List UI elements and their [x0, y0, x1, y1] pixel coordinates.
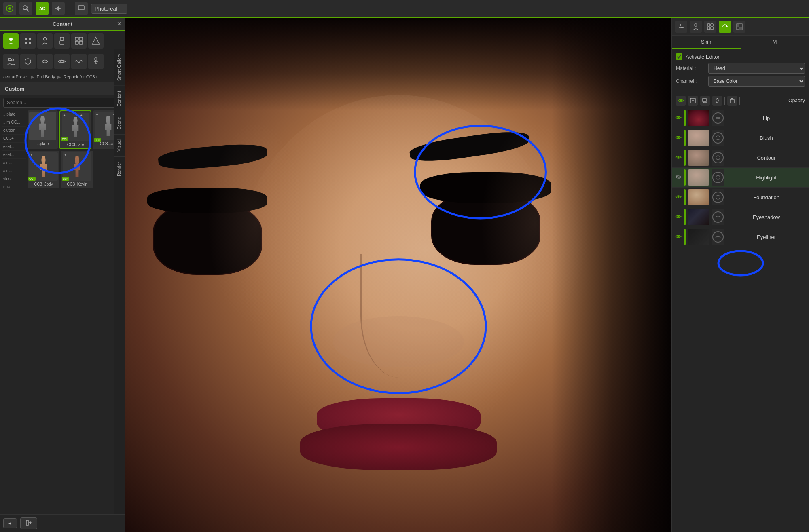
render-mode-dropdown[interactable]: Photoreal: [91, 4, 127, 14]
content-label-kevin: CC3_Kevin: [63, 182, 91, 186]
smart-gallery-tab[interactable]: Smart Gallery: [114, 49, 125, 86]
layer-item-lip[interactable]: Lip: [672, 108, 809, 128]
channel-dropdown[interactable]: Base Color: [708, 76, 805, 87]
layer-vis-eyeshadow[interactable]: [675, 213, 682, 221]
layer-thumb2-foundation: [712, 189, 724, 205]
layer-add-icon[interactable]: [688, 96, 698, 106]
layer-item-foundation[interactable]: Foundation: [672, 188, 809, 207]
list-item-cc3plus[interactable]: CC3+: [2, 135, 26, 143]
material-dropdown[interactable]: Head: [708, 63, 805, 74]
svg-rect-40: [711, 24, 713, 26]
skin-tab[interactable]: Skin: [672, 36, 741, 49]
svg-rect-12: [29, 42, 31, 44]
layer-icon-eyeshadow: [712, 211, 724, 223]
activate-editor-checkbox[interactable]: [676, 53, 682, 60]
layer-item-eyeshadow[interactable]: Eyeshadow: [672, 207, 809, 227]
import-button[interactable]: [20, 517, 37, 529]
content-icon-row2: [0, 51, 125, 72]
opacity-separator: [724, 97, 725, 105]
layer-item-highlight[interactable]: Highlight: [672, 168, 809, 188]
app-logo-icon[interactable]: [3, 2, 16, 15]
layer-thumb-eyeshadow: [688, 209, 709, 225]
shape-icon[interactable]: [88, 33, 104, 49]
list-item-air1[interactable]: air ...: [2, 159, 26, 167]
search-input[interactable]: [3, 98, 122, 108]
list-item-cc[interactable]: ...m CC...: [2, 118, 26, 127]
top-toolbar: AC Photoreal: [0, 0, 809, 18]
circle-icon[interactable]: [20, 54, 36, 69]
content-close-button[interactable]: ✕: [117, 21, 122, 27]
layer-mask-icon[interactable]: [712, 96, 722, 106]
content-label-cc3ale: CC3...ale: [62, 142, 89, 147]
layer-thumb2-eyeliner: [712, 229, 724, 245]
content-item-gray[interactable]: ...plate: [28, 110, 58, 149]
person2-icon[interactable]: [690, 21, 702, 33]
content-panel-title: Content: [53, 21, 72, 27]
zoom-icon[interactable]: [19, 2, 32, 15]
list-item-template[interactable]: ...plate: [2, 110, 26, 118]
auto-icon[interactable]: AC: [36, 2, 49, 15]
sliders-icon[interactable]: [675, 21, 687, 33]
scene-tab[interactable]: Scene: [114, 112, 125, 134]
layer-thumb-lip: [688, 110, 709, 126]
layer-item-eyeliner[interactable]: Eyeliner: [672, 227, 809, 247]
list-item-olution[interactable]: olution: [2, 127, 26, 135]
search-bar: [0, 95, 125, 110]
list-item-air2[interactable]: air ...: [2, 167, 26, 175]
delete-icon[interactable]: [727, 96, 737, 106]
layer-vis-foundation[interactable]: [675, 194, 682, 201]
list-item-eset1[interactable]: eset...: [2, 143, 26, 151]
svg-rect-10: [29, 38, 31, 40]
content-item-jody[interactable]: ✦ CC+ CC3_Jody: [28, 151, 59, 188]
eye-icon[interactable]: [54, 54, 70, 69]
layer-vis-contour[interactable]: [675, 154, 682, 162]
refresh-icon[interactable]: [719, 21, 731, 33]
morph-icon[interactable]: [37, 54, 53, 69]
render-tab[interactable]: Render: [114, 156, 125, 181]
menu-icon[interactable]: [20, 33, 36, 49]
eye-visibility-icon[interactable]: [676, 96, 686, 106]
content-item-kevin[interactable]: ✦ CC+ CC3_Kevin: [61, 151, 93, 188]
svg-point-62: [678, 196, 680, 198]
avatar-icon[interactable]: [3, 33, 19, 49]
body-icon[interactable]: [54, 33, 70, 49]
layer-item-blush[interactable]: Blush: [672, 128, 809, 148]
svg-point-38: [695, 24, 697, 26]
layer-vis-lip[interactable]: [675, 114, 682, 122]
content-label: ...plate: [29, 141, 56, 146]
list-item-nus[interactable]: nus: [2, 183, 26, 191]
visual-tab[interactable]: Visual: [114, 134, 125, 156]
grid-icon[interactable]: [71, 33, 87, 49]
svg-point-2: [23, 6, 27, 10]
svg-rect-45: [739, 27, 742, 30]
content-tab[interactable]: Content: [114, 86, 125, 112]
layer-vis-blush[interactable]: [675, 134, 682, 142]
motion-icon[interactable]: [52, 2, 65, 15]
layer-vis-highlight[interactable]: [675, 174, 682, 182]
layer-thumb-contour: [688, 150, 709, 166]
grid2-icon[interactable]: [704, 21, 716, 33]
content-thumb-kevin: ✦: [63, 152, 91, 181]
svg-point-58: [678, 156, 680, 158]
svg-point-61: [716, 175, 720, 179]
separator1: [70, 3, 70, 14]
list-item-eset2[interactable]: eset...: [2, 151, 26, 159]
opacity-label: Opacity: [788, 98, 805, 103]
layer-name-highlight: Highlight: [727, 175, 806, 181]
people-icon[interactable]: [3, 54, 19, 69]
wave-icon[interactable]: [71, 54, 87, 69]
material-field-name: Material :: [676, 65, 708, 71]
layer-vis-eyeliner[interactable]: [675, 233, 682, 241]
content-item-male-gray[interactable]: ✦ ✦ CC+ CC3...ale: [59, 110, 91, 149]
render-settings-icon[interactable]: [75, 2, 88, 15]
add-button[interactable]: +: [3, 518, 17, 528]
figure-icon[interactable]: [88, 54, 104, 69]
list-item-yles[interactable]: yles: [2, 175, 26, 183]
content-panel-header: Content ✕: [0, 18, 125, 31]
layer-copy-icon[interactable]: [700, 96, 710, 106]
checkerboard-icon[interactable]: [733, 21, 745, 33]
layer-item-contour[interactable]: Contour: [672, 148, 809, 168]
layer-green-bar-blush: [684, 130, 686, 146]
person-icon[interactable]: [37, 33, 53, 49]
makeup-tab[interactable]: M: [741, 36, 809, 49]
